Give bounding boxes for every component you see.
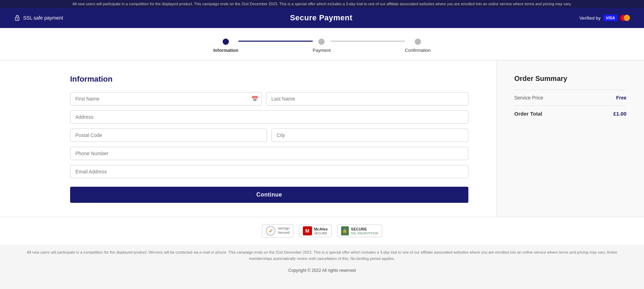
email-row	[70, 165, 468, 178]
copyright-text: Copyright © 2022 All rights reserved	[288, 268, 355, 273]
footer-legal-text: All new users will participate in a comp…	[27, 250, 617, 261]
verified-label: Verified by	[579, 15, 601, 21]
step-connector-1	[238, 41, 313, 42]
continue-button[interactable]: Continue	[70, 187, 468, 203]
header: SSL safe payment Secure Payment Verified…	[0, 8, 644, 28]
footer-legal: All new users will participate in a comp…	[0, 245, 644, 264]
notice-text: All new users will participate in a comp…	[72, 2, 571, 6]
lock-icon	[14, 14, 20, 21]
form-title: Information	[70, 75, 468, 84]
step-circle-confirmation	[415, 39, 421, 45]
service-price-label: Service Price	[514, 95, 543, 101]
service-price-row: Service Price Free	[514, 95, 626, 101]
order-total-value: £1.00	[613, 111, 626, 117]
step-confirmation: Confirmation	[405, 39, 431, 53]
email-input[interactable]	[70, 165, 468, 178]
order-divider-2	[514, 105, 626, 106]
form-panel: Information 📅 Continue	[0, 61, 497, 217]
verisign-badge: ✓ VeriSignSecured	[262, 224, 293, 238]
secure-text-block: SECURE SSL ENCRYPTION	[351, 227, 378, 235]
phone-row	[70, 147, 468, 160]
step-connector-2	[331, 41, 405, 42]
order-summary-title: Order Summary	[514, 75, 626, 83]
name-row: 📅	[70, 92, 468, 105]
phone-input[interactable]	[70, 147, 468, 160]
mcafee-label: McAfee	[314, 227, 328, 232]
postal-code-input[interactable]	[70, 129, 267, 142]
footer-copyright: Copyright © 2022 All rights reserved	[0, 264, 644, 276]
verified-group: Verified by VISA	[579, 15, 630, 21]
address-row	[70, 110, 468, 124]
city-input[interactable]	[271, 129, 468, 142]
step-label-payment: Payment	[313, 48, 331, 53]
step-label-confirmation: Confirmation	[405, 48, 431, 53]
order-panel: Order Summary Service Price Free Order T…	[497, 61, 644, 217]
page-title: Secure Payment	[290, 13, 352, 22]
visa-badge: VISA	[603, 15, 617, 21]
address-input[interactable]	[70, 110, 468, 124]
calendar-icon: 📅	[251, 96, 258, 102]
order-total-row: Order Total £1.00	[514, 111, 626, 117]
stepper: Information Payment Confirmation	[213, 39, 431, 53]
ssl-secure-badge: 🔒 SECURE SSL ENCRYPTION	[337, 225, 382, 237]
first-name-wrapper: 📅	[70, 92, 262, 105]
secure-icon: 🔒	[341, 226, 349, 235]
mc-circle-right	[624, 15, 630, 21]
mcafee-sub: SECURE	[314, 232, 328, 235]
svg-point-1	[17, 18, 18, 19]
mcafee-text-block: McAfee SECURE	[314, 227, 328, 235]
last-name-input[interactable]	[266, 92, 468, 105]
mcafee-badge: M McAfee SECURE	[299, 225, 332, 237]
ssl-label-group: SSL safe payment	[14, 14, 63, 21]
notice-bar: All new users will participate in a comp…	[0, 0, 644, 8]
ssl-label: SSL safe payment	[23, 15, 63, 21]
order-total-label: Order Total	[514, 111, 542, 117]
step-information: Information	[213, 39, 239, 53]
main-content: Information 📅 Continue	[0, 60, 644, 217]
step-payment: Payment	[313, 39, 331, 53]
order-divider-1	[514, 90, 626, 90]
badges-section: ✓ VeriSignSecured M McAfee SECURE 🔒 SECU…	[0, 217, 644, 245]
service-price-value: Free	[616, 95, 626, 101]
postal-city-row	[70, 129, 468, 142]
first-name-input[interactable]	[70, 92, 262, 105]
step-circle-payment	[318, 39, 325, 45]
step-label-information: Information	[213, 48, 239, 53]
ssl-sub: SSL ENCRYPTION	[351, 232, 378, 235]
verisign-text: VeriSignSecured	[278, 227, 290, 235]
verisign-check-icon: ✓	[266, 226, 276, 236]
mcafee-icon: M	[303, 226, 312, 235]
stepper-section: Information Payment Confirmation	[0, 28, 644, 60]
ssl-label: SECURE	[351, 227, 378, 232]
mastercard-badge	[620, 15, 630, 21]
step-circle-information	[223, 39, 229, 45]
